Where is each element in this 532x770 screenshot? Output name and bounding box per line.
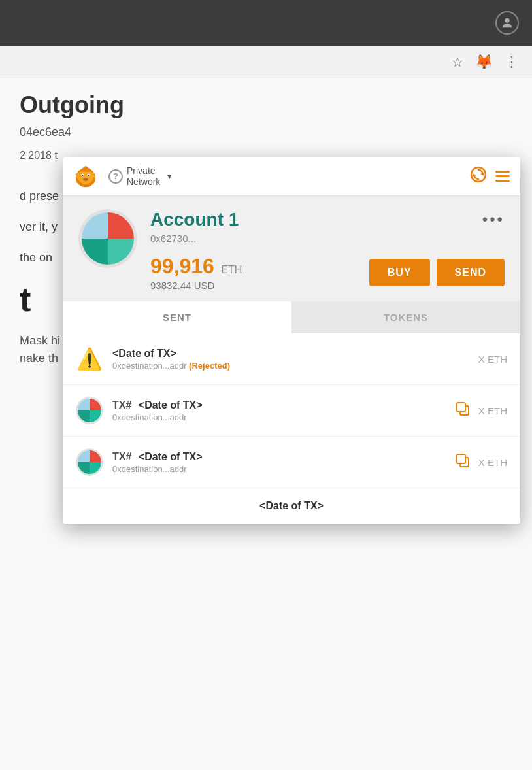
account-address: 0x62730... — [150, 233, 505, 244]
account-more-button[interactable]: ••• — [482, 210, 505, 229]
transaction-list: ⚠️ <Date of TX> 0xdestination...addr (Re… — [63, 333, 520, 524]
tab-sent[interactable]: SENT — [63, 301, 291, 333]
account-name: Account 1 — [150, 209, 239, 230]
metamask-extension-icon[interactable]: 🦊 — [475, 54, 493, 71]
tx2-right: X ETH — [455, 452, 507, 472]
tx1-right: X ETH — [455, 401, 507, 420]
copy-icon-2[interactable] — [455, 452, 471, 472]
balance-info: 99,916 ETH 93832.44 USD — [150, 254, 242, 291]
tx-details-rejected: <Date of TX> 0xdestination...addr (Rejec… — [112, 348, 469, 371]
tx1-amount: X ETH — [478, 405, 507, 416]
hamburger-menu-icon[interactable] — [495, 171, 510, 182]
tx2-avatar — [76, 448, 103, 476]
svg-point-6 — [88, 174, 89, 175]
tx1-date: <Date of TX> — [139, 399, 203, 410]
account-info: Account 1 ••• 0x62730... 99,916 ETH 9383… — [150, 209, 505, 291]
tx2-details: TX# <Date of TX> 0xdestination...addr — [112, 451, 446, 474]
table-row[interactable]: TX# <Date of TX> 0xdestination...addr X … — [63, 437, 520, 488]
tx2-addr: 0xdestination...addr — [112, 464, 446, 474]
tx1-id: TX# — [112, 399, 131, 410]
tx-partial-date: <Date of TX> — [76, 500, 507, 512]
balance-eth-amount: 99,916 — [150, 254, 214, 278]
tx2-id: TX# — [112, 451, 131, 462]
metamask-popup: ? Private Network ▼ — [63, 157, 520, 524]
send-button[interactable]: SEND — [437, 259, 505, 286]
tx-addr-rejected: 0xdestination...addr (Rejected) — [112, 361, 469, 371]
popup-header: ? Private Network ▼ — [63, 157, 520, 196]
tx1-details: TX# <Date of TX> 0xdestination...addr — [112, 399, 446, 422]
table-row[interactable]: ⚠️ <Date of TX> 0xdestination...addr (Re… — [63, 333, 520, 385]
svg-rect-17 — [457, 454, 465, 463]
network-info: ? Private Network ▼ — [108, 165, 173, 188]
star-icon[interactable]: ☆ — [452, 54, 463, 70]
balance-eth-label: ETH — [221, 264, 242, 275]
bg-text2-prefix: ver it, y — [20, 220, 58, 233]
warning-icon: ⚠️ — [76, 345, 103, 373]
balance-usd: 93832.44 USD — [150, 280, 242, 291]
tx-rejected-label: (Rejected) — [189, 361, 230, 371]
table-row[interactable]: TX# <Date of TX> 0xdestination...addr X … — [63, 385, 520, 437]
tx-right-rejected: X ETH — [478, 354, 507, 365]
help-icon[interactable]: ? — [108, 169, 123, 184]
bg-address: 04ec6ea4 — [20, 126, 512, 139]
svg-rect-14 — [457, 403, 465, 412]
network-label: Private Network — [127, 165, 160, 188]
browser-menu-icon[interactable]: ⋮ — [505, 54, 519, 71]
action-buttons: BUY SEND — [369, 259, 505, 286]
svg-point-5 — [82, 174, 83, 175]
buy-button[interactable]: BUY — [369, 259, 430, 286]
account-section: Account 1 ••• 0x62730... 99,916 ETH 9383… — [63, 196, 520, 301]
account-avatar — [78, 209, 137, 268]
tx1-addr: 0xdestination...addr — [112, 412, 446, 422]
svg-point-0 — [505, 18, 509, 23]
refresh-icon[interactable] — [469, 165, 488, 188]
tx1-avatar — [76, 397, 103, 424]
tx2-amount: X ETH — [478, 457, 507, 468]
tx-date-rejected: <Date of TX> — [112, 348, 469, 360]
metamask-logo — [73, 164, 98, 189]
tx2-date: <Date of TX> — [139, 451, 203, 462]
tx-amount-rejected: X ETH — [478, 354, 507, 365]
svg-point-7 — [83, 178, 88, 181]
bg-page-title: Outgoing — [20, 92, 512, 119]
network-dropdown-arrow[interactable]: ▼ — [165, 172, 173, 181]
tabs-row: SENT TOKENS — [63, 301, 520, 333]
tx-partial: <Date of TX> — [63, 488, 520, 524]
profile-icon[interactable] — [495, 11, 519, 35]
tab-tokens[interactable]: TOKENS — [291, 301, 520, 333]
copy-icon[interactable] — [455, 401, 471, 420]
